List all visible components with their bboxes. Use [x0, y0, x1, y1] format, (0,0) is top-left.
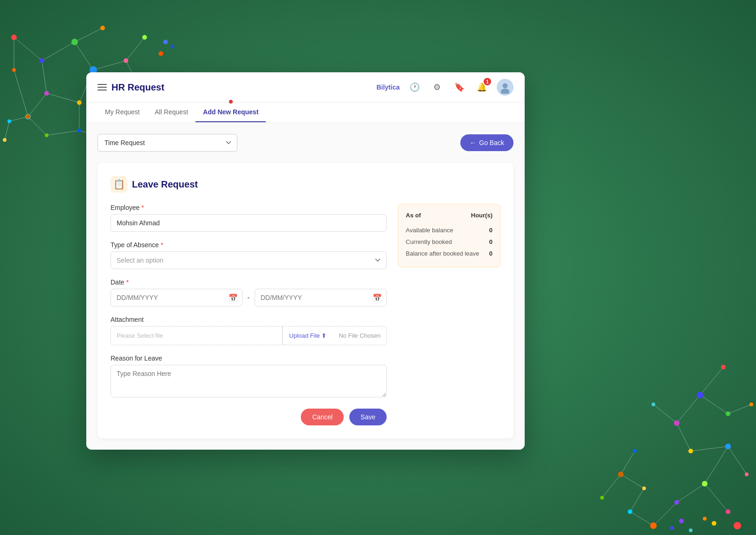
tab-my-request[interactable]: My Request [97, 103, 147, 122]
attachment-placeholder: Please Select file [111, 327, 282, 345]
date-field: Date * 📅 - 📅 [111, 278, 387, 306]
svg-line-56 [630, 512, 653, 526]
svg-point-69 [745, 472, 749, 476]
reason-textarea[interactable] [111, 365, 387, 397]
gear-icon-btn[interactable]: ⚙ [430, 80, 444, 95]
svg-line-59 [602, 474, 621, 498]
svg-line-0 [14, 37, 42, 61]
go-back-button[interactable]: ← Go Back [460, 134, 513, 151]
absence-required-star: * [161, 241, 163, 249]
tab-add-new-request[interactable]: Add New Request [195, 103, 266, 122]
svg-point-61 [721, 365, 726, 369]
svg-point-63 [726, 411, 730, 416]
svg-point-79 [734, 522, 741, 529]
svg-point-66 [652, 403, 655, 406]
svg-line-3 [42, 61, 47, 93]
svg-line-54 [677, 484, 705, 502]
reason-label: Reason for Leave [111, 354, 387, 362]
svg-line-8 [93, 61, 126, 70]
svg-point-37 [45, 133, 49, 137]
date-to-input[interactable] [255, 289, 387, 306]
nav-tabs: My Request All Request Add New Request [86, 103, 525, 123]
svg-point-36 [26, 114, 30, 119]
balance-label-2: Balance after booked leave [406, 250, 479, 257]
svg-point-78 [633, 449, 637, 453]
svg-point-67 [688, 449, 693, 453]
date-from-input[interactable] [111, 289, 243, 306]
employee-field: Employee * [111, 204, 387, 232]
balance-hours-label: Hour(s) [471, 212, 492, 219]
svg-point-82 [679, 519, 684, 523]
svg-point-84 [703, 517, 707, 521]
svg-point-21 [11, 35, 17, 40]
svg-point-43 [159, 51, 163, 56]
svg-point-86 [501, 89, 510, 94]
svg-point-64 [749, 403, 753, 406]
app-window: HR Request Bilytica 🕐 ⚙ 🔖 🔔 1 My Request [86, 72, 525, 450]
svg-line-4 [28, 93, 47, 117]
svg-point-22 [40, 58, 44, 63]
card-title-row: 📋 Leave Request [111, 176, 500, 193]
svg-line-51 [728, 446, 747, 474]
top-controls: Time Request Leave Request Expense Reque… [97, 134, 513, 152]
svg-point-73 [650, 522, 657, 529]
svg-line-15 [5, 121, 9, 140]
svg-line-6 [75, 42, 93, 70]
svg-point-75 [642, 486, 646, 490]
hamburger-icon[interactable] [97, 84, 107, 90]
calendar-from-icon: 📅 [229, 293, 238, 302]
svg-point-42 [171, 45, 174, 49]
svg-point-30 [142, 35, 147, 40]
bookmark-icon-btn[interactable]: 🔖 [452, 80, 467, 95]
svg-line-52 [705, 446, 728, 484]
employee-label: Employee * [111, 204, 387, 211]
upload-file-button[interactable]: Upload File ⬆ [282, 327, 333, 345]
notification-badge: 1 [484, 78, 491, 85]
svg-point-70 [702, 481, 707, 486]
balance-as-of: As of [406, 212, 421, 219]
svg-line-48 [653, 404, 677, 423]
tab-all-request[interactable]: All Request [147, 103, 196, 122]
clock-icon-btn[interactable]: 🕐 [407, 80, 422, 95]
type-of-absence-select[interactable]: Select an option [111, 251, 387, 269]
attachment-box: Please Select file Upload File ⬆ No File… [111, 326, 387, 345]
save-button[interactable]: Save [349, 409, 387, 425]
no-file-text: No File Chosen [333, 332, 386, 339]
card-icon: 📋 [111, 176, 127, 193]
notification-wrapper: 🔔 1 [474, 80, 489, 95]
svg-point-81 [689, 528, 693, 532]
header-right: Bilytica 🕐 ⚙ 🔖 🔔 1 [376, 79, 513, 96]
svg-line-2 [75, 28, 103, 42]
svg-line-9 [126, 37, 145, 61]
balance-row-1: Currently booked 0 [406, 236, 492, 248]
svg-line-16 [28, 117, 47, 135]
avatar[interactable] [497, 79, 513, 96]
balance-row-0: Available balance 0 [406, 224, 492, 236]
svg-point-71 [726, 509, 730, 514]
svg-line-17 [47, 131, 79, 135]
attachment-field: Attachment Please Select file Upload Fil… [111, 316, 387, 345]
svg-point-68 [725, 444, 731, 449]
app-header: HR Request Bilytica 🕐 ⚙ 🔖 🔔 1 [86, 72, 525, 103]
svg-point-23 [71, 39, 78, 45]
type-of-absence-label: Type of Absence * [111, 241, 387, 249]
type-of-absence-field: Type of Absence * Select an option [111, 241, 387, 269]
attachment-label: Attachment [111, 316, 387, 323]
svg-line-60 [621, 451, 635, 474]
svg-point-38 [77, 129, 81, 132]
svg-point-62 [697, 392, 703, 398]
svg-point-72 [674, 500, 679, 505]
svg-point-29 [124, 58, 128, 63]
svg-point-77 [600, 496, 604, 500]
employee-input[interactable] [111, 214, 387, 232]
date-to-wrapper: 📅 [255, 289, 387, 306]
date-row: 📅 - 📅 [111, 289, 387, 306]
svg-line-13 [14, 70, 28, 117]
cancel-button[interactable]: Cancel [301, 409, 344, 425]
svg-point-74 [628, 509, 632, 514]
svg-point-41 [163, 40, 168, 44]
svg-line-47 [677, 395, 700, 423]
svg-point-85 [503, 83, 508, 88]
request-type-select[interactable]: Time Request Leave Request Expense Reque… [97, 134, 237, 152]
svg-point-34 [7, 119, 11, 123]
